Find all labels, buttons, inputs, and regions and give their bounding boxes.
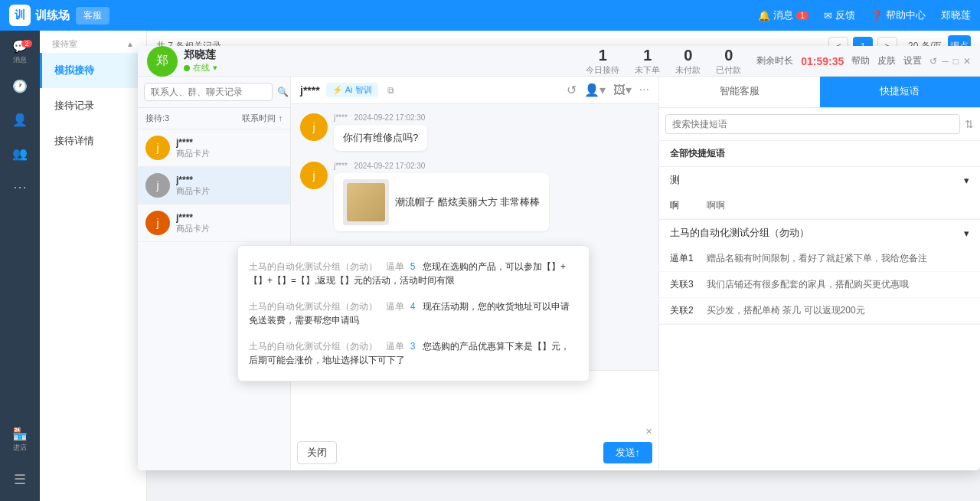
popup-item-1[interactable]: 土马的自动化测试分组（勿动） 逼单 4 现在活动期，您的收货地址可以申请免送装费… xyxy=(238,293,589,333)
user-name-nav[interactable]: 郑晓莲 xyxy=(941,8,971,22)
stat-paid-label: 已付款 xyxy=(716,64,741,76)
modal-user-display-name: 郑晓莲 xyxy=(184,48,217,62)
stat-today: 1 今日接待 xyxy=(586,47,619,76)
chat-input-area: ✕ 关闭 发送↑ xyxy=(291,370,658,470)
shortcuts-search-input[interactable] xyxy=(665,114,960,134)
msg-avatar-0: j xyxy=(300,113,328,141)
help-nav-item[interactable]: ❓ 帮助中心 xyxy=(871,8,926,22)
icon-bar: 💬 2 消息 🕐 👤 👥 ⋯ 🏪 进店 ☰ xyxy=(0,31,40,501)
stat-paid: 0 已付款 xyxy=(716,47,741,76)
sidebar-item-record-label: 接待记录 xyxy=(54,100,94,111)
bell-icon: 🔔 xyxy=(758,10,770,21)
refresh-icon[interactable]: ↺ xyxy=(929,56,937,67)
chat-copy-icon[interactable]: ⧉ xyxy=(387,85,394,96)
shortcut-group-chevron-1: ▾ xyxy=(964,228,969,239)
chat-avatar-0: j xyxy=(147,136,170,160)
timer-settings[interactable]: 设置 xyxy=(903,54,922,67)
shortcut-key-0-0: 啊 xyxy=(670,199,701,212)
popup-seq-num-0: 5 xyxy=(410,261,416,272)
shortcut-group-header-1[interactable]: 土马的自动化测试分组（勿动） ▾ xyxy=(659,220,980,246)
chat-refresh-icon[interactable]: ↺ xyxy=(567,83,577,97)
chat-search-input[interactable] xyxy=(147,83,273,101)
user-status-arrow: ▾ xyxy=(213,63,217,73)
maximize-icon[interactable]: □ xyxy=(953,56,959,67)
badge-button[interactable]: 客服 xyxy=(76,7,109,25)
msg-content-1: j**** 2024-09-22 17:02:30 潮流帽子 酷炫美丽大方 非常… xyxy=(334,162,549,231)
icon-btn-user[interactable]: 👤 xyxy=(5,104,35,135)
left-sidebar: 接待室 ▲ 模拟接待 接待记录 接待详情 xyxy=(40,31,147,501)
help-icon: ❓ xyxy=(871,10,883,21)
chat-item-0[interactable]: j j**** 商品卡片 xyxy=(147,129,290,167)
shortcut-item-1-1[interactable]: 关联3 我们店铺还有很多配套的家具，搭配购买更优惠哦 xyxy=(659,272,980,298)
shortcut-group-chevron-0: ▾ xyxy=(964,175,969,186)
chat-image-icon[interactable]: 🖼▾ xyxy=(613,83,632,97)
sidebar-item-record[interactable]: 接待记录 xyxy=(40,88,146,123)
stat-today-label: 今日接待 xyxy=(586,64,619,76)
icon-btn-history[interactable]: 🕐 xyxy=(5,70,35,101)
right-panel: 智能客服 快捷短语 ⇅ 全部快捷短语 xyxy=(658,77,980,470)
popup-item-text-0: 土马的自动化测试分组（勿动） 逼单 5 您现在选购的产品，可以参加【】+【】+【… xyxy=(249,260,578,287)
shortcut-val-1-0: 赠品名额有时间限制，看好了就赶紧下单，我给您备注 xyxy=(707,252,969,265)
input-clear[interactable]: ✕ xyxy=(297,425,652,438)
tab-quick[interactable]: 快捷短语 xyxy=(820,77,981,107)
timer-area: 剩余时长 01:59:35 帮助 皮肤 设置 ↺ ─ □ ✕ xyxy=(756,54,971,67)
msg-time-0: j**** 2024-09-22 17:02:30 xyxy=(334,113,427,122)
icon-btn-enter[interactable]: 🏪 进店 xyxy=(5,424,35,455)
chat-meta-right[interactable]: 联系时间 ↑ xyxy=(242,113,283,124)
sidebar-item-detail[interactable]: 接待详情 xyxy=(40,123,146,159)
close-chat-button[interactable]: 关闭 xyxy=(297,441,337,464)
chat-input[interactable] xyxy=(297,377,652,423)
logo-text: 训练场 xyxy=(35,8,70,23)
minimize-icon[interactable]: ─ xyxy=(942,56,949,67)
close-icon[interactable]: ✕ xyxy=(963,56,971,67)
chat-sub-1: 商品卡片 xyxy=(176,185,283,197)
stat-nopay-label: 未付款 xyxy=(675,64,701,76)
popup-seq-2: 逼单 xyxy=(386,341,404,352)
chat-item-1[interactable]: j j**** 商品卡片 xyxy=(147,167,290,205)
send-button[interactable]: 发送↑ xyxy=(603,442,653,463)
shortcuts-search-bar: ⇅ xyxy=(659,108,980,141)
stat-noorder-label: 未下单 xyxy=(635,64,660,76)
chat-item-2[interactable]: j j**** 商品卡片 xyxy=(147,205,290,242)
sort-icon[interactable]: ⇅ xyxy=(965,118,974,130)
shortcut-group-header-0[interactable]: 测 ▾ xyxy=(659,167,980,193)
icon-btn-menu[interactable]: ☰ xyxy=(5,464,35,495)
feedback-nav-item[interactable]: ✉ 反馈 xyxy=(824,8,855,22)
popup-seq-num-2: 3 xyxy=(410,341,416,352)
shortcut-item-1-2[interactable]: 关联2 买沙发，搭配单椅 茶几 可以返现200元 xyxy=(659,298,980,324)
icon-btn-network[interactable]: ⋯ xyxy=(5,172,35,202)
sidebar-item-mock[interactable]: 模拟接待 xyxy=(40,53,146,88)
history-icon: 🕐 xyxy=(12,79,28,93)
chat-name-1: j**** xyxy=(176,175,283,185)
shortcut-item-1-0[interactable]: 逼单1 赠品名额有时间限制，看好了就赶紧下单，我给您备注 xyxy=(659,246,980,272)
ai-icon: ⚡ xyxy=(332,85,343,95)
msg-image-thumb xyxy=(343,179,389,225)
timer-skin[interactable]: 皮肤 xyxy=(877,54,896,67)
enter-icon-label: 进店 xyxy=(13,443,27,453)
tab-smart[interactable]: 智能客服 xyxy=(659,77,820,107)
popup-item-2[interactable]: 土马的自动化测试分组（勿动） 逼单 3 您选购的产品优惠算下来是【】元，后期可能… xyxy=(238,333,589,373)
popup-seq-num-1: 4 xyxy=(410,301,416,312)
popup-item-0[interactable]: 土马的自动化测试分组（勿动） 逼单 5 您现在选购的产品，可以参加【】+【】+【… xyxy=(238,254,589,293)
shortcut-item-0-0[interactable]: 啊 啊啊 xyxy=(659,193,980,219)
timer-help[interactable]: 帮助 xyxy=(851,54,870,67)
notice-nav-item[interactable]: 🔔 消息 1 xyxy=(758,8,808,22)
top-nav-right: 🔔 消息 1 ✉ 反馈 ❓ 帮助中心 郑晓莲 xyxy=(758,8,971,22)
collapse-icon[interactable]: ▲ xyxy=(126,40,134,48)
network-icon: ⋯ xyxy=(13,178,27,195)
msg-bubble-0: 你们有维修点吗? xyxy=(334,125,427,151)
chat-info-2: j**** 商品卡片 xyxy=(176,212,283,234)
shortcuts-content: 全部快捷短语 测 ▾ 啊 啊啊 xyxy=(659,141,980,470)
icon-btn-message[interactable]: 💬 2 消息 xyxy=(5,37,35,67)
shortcuts-section-title: 全部快捷短语 xyxy=(659,141,980,167)
chat-search-icon[interactable]: 🔍 xyxy=(277,87,289,97)
sidebar-item-mock-label: 模拟接待 xyxy=(54,64,94,76)
chat-more-icon[interactable]: ··· xyxy=(639,83,649,97)
sidebar-item-detail-label: 接待详情 xyxy=(54,135,94,146)
message-badge: 2 xyxy=(21,40,32,47)
top-nav: 训 训练场 客服 🔔 消息 1 ✉ 反馈 ❓ 帮助中心 郑晓莲 xyxy=(0,0,980,31)
timer-label: 剩余时长 xyxy=(756,54,793,67)
chat-user-icon[interactable]: 👤▾ xyxy=(584,83,606,97)
icon-btn-users[interactable]: 👥 xyxy=(5,138,35,169)
stat-nopay-num: 0 xyxy=(675,47,701,64)
